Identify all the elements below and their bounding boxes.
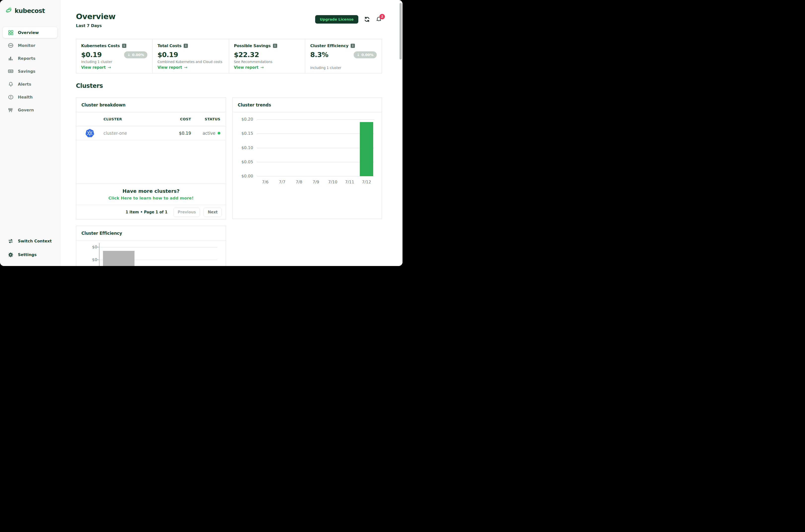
cluster-cost: $0.19 [159, 131, 191, 136]
notification-count-badge: 2 [379, 14, 385, 19]
notifications-button[interactable]: 2 [376, 16, 382, 23]
sidebar-item-label: Monitor [18, 43, 35, 48]
kubecost-app: kubecost Overview Mo [0, 0, 402, 266]
more-clusters-prompt: Have more clusters? Click Here to learn … [76, 184, 226, 205]
stat-card-note: Including 1 cluster [81, 60, 148, 64]
main-content: Overview Last 7 Days Upgrade License 2 [60, 0, 402, 266]
stat-card-cluster-efficiency: Cluster Efficiency i 8.3% ↓ 0.00% Includ… [305, 39, 382, 73]
health-alert-circle-icon [8, 94, 14, 100]
arrow-down-icon: ↓ [127, 53, 130, 57]
bar-chart-icon [8, 55, 14, 61]
x-axis-tick: 7/7 [273, 179, 291, 184]
next-page-button[interactable]: Next [204, 208, 222, 217]
sidebar-item-label: Reports [18, 56, 36, 61]
info-icon[interactable]: i [184, 44, 188, 48]
axis-tick-mark [97, 260, 99, 260]
x-axis-tick: 7/10 [324, 179, 342, 184]
x-axis-tick: 7/11 [341, 179, 358, 184]
info-icon[interactable]: i [351, 44, 355, 48]
view-report-label: View report [158, 65, 182, 70]
sidebar: kubecost Overview Mo [0, 0, 60, 266]
arrow-right-icon: → [108, 65, 111, 70]
stat-card-title: Kubernetes Costs [81, 43, 120, 48]
arrow-right-icon: → [184, 65, 187, 70]
column-header-status: STATUS [191, 117, 226, 121]
cluster-breakdown-panel: Cluster breakdown CLUSTER COST STATUS [76, 97, 226, 220]
sidebar-item-monitor[interactable]: Monitor [0, 39, 60, 52]
stat-card-value: $0.19 [81, 51, 102, 59]
axis-tick-mark [97, 247, 99, 247]
view-report-link[interactable]: View report → [234, 65, 264, 70]
delta-value: 0.00% [132, 53, 144, 57]
more-clusters-question: Have more clusters? [122, 188, 179, 194]
sidebar-item-savings[interactable]: Savings [0, 65, 60, 78]
gridline [257, 176, 375, 176]
y-axis-tick: $0.20 [232, 117, 253, 121]
refresh-button[interactable] [364, 16, 370, 23]
info-icon[interactable]: i [273, 44, 277, 48]
cluster-efficiency-chart: $0 $0 [76, 241, 226, 266]
stat-card-note: Including 1 cluster [310, 66, 377, 70]
stat-card-total-costs: Total Costs i $0.19 Combined Kubernetes … [153, 39, 229, 73]
switch-context-button[interactable]: Switch Context [0, 234, 60, 248]
settings-button[interactable]: Settings [0, 248, 60, 262]
y-axis-tick: $0.15 [232, 131, 253, 136]
x-axis-tick: 7/8 [290, 179, 308, 184]
x-axis-tick: 7/12 [358, 179, 375, 184]
cluster-name: cluster-one [103, 131, 159, 136]
cluster-status-label: active [203, 131, 215, 136]
banknote-icon [8, 68, 14, 74]
stat-card-value: $22.32 [234, 51, 259, 59]
stat-card-kubernetes-costs: Kubernetes Costs i $0.19 ↓ 0.00% Includi… [76, 39, 153, 73]
bell-icon [8, 81, 14, 87]
pagination-info: 1 item • Page 1 of 1 [126, 210, 168, 214]
sidebar-item-alerts[interactable]: Alerts [0, 78, 60, 91]
cluster-efficiency-panel: Cluster Efficiency $0 $0 [76, 226, 226, 266]
vertical-scrollbar-thumb[interactable] [400, 3, 402, 60]
cluster-trends-panel: Cluster trends $0.20 $0.15 $0.10 $0.05 $… [232, 97, 382, 219]
sidebar-item-health[interactable]: Health [0, 91, 60, 103]
header-actions: Upgrade License 2 [315, 15, 382, 23]
sidebar-item-overview[interactable]: Overview [3, 27, 57, 38]
view-report-link[interactable]: View report → [158, 65, 187, 70]
stat-card-title: Possible Savings [234, 43, 271, 48]
kubecost-logo-mark-icon [5, 6, 13, 15]
column-header-cost: COST [159, 117, 191, 121]
delta-badge: ↓ 0.00% [353, 51, 377, 58]
y-axis-tick: $0 [76, 245, 97, 249]
efficiency-bar [103, 251, 134, 266]
kubernetes-icon [76, 129, 103, 138]
upgrade-license-button[interactable]: Upgrade License [315, 15, 358, 23]
view-report-link[interactable]: View report → [81, 65, 111, 70]
settings-label: Settings [18, 252, 37, 257]
table-empty-space [76, 140, 226, 184]
date-range-label: Last 7 Days [76, 23, 102, 28]
view-report-label: View report [234, 65, 258, 70]
y-axis-tick: $0.10 [232, 146, 253, 150]
delta-value: 0.00% [361, 53, 373, 57]
kubecost-logo[interactable]: kubecost [5, 6, 45, 15]
column-header-cluster: CLUSTER [103, 117, 159, 121]
add-clusters-link[interactable]: Click Here to learn how to add more! [109, 196, 194, 201]
stat-card-value: 8.3% [310, 51, 328, 59]
sidebar-item-label: Savings [18, 69, 36, 74]
sidebar-footer: Switch Context Setting [0, 234, 60, 262]
sidebar-item-reports[interactable]: Reports [0, 52, 60, 65]
switch-context-label: Switch Context [18, 239, 52, 243]
overview-grid-icon [8, 30, 14, 36]
gear-icon [8, 252, 14, 258]
previous-page-button[interactable]: Previous [173, 208, 200, 217]
info-icon[interactable]: i [122, 44, 126, 48]
cluster-table-row[interactable]: cluster-one $0.19 active [76, 126, 226, 140]
sidebar-item-label: Overview [18, 30, 39, 35]
sidebar-item-govern[interactable]: Govern [0, 103, 60, 116]
sidebar-item-label: Health [18, 95, 33, 99]
x-axis-tick: 7/9 [307, 179, 325, 184]
cluster-status: active [191, 131, 226, 136]
sidebar-nav: Overview Monitor [0, 26, 60, 116]
y-axis-tick: $0.00 [232, 174, 253, 178]
stat-card-possible-savings: Possible Savings i $22.32 See Recommenda… [229, 39, 305, 73]
stat-card-note: See Recommendations [234, 60, 300, 64]
sidebar-item-label: Alerts [18, 82, 31, 87]
stat-card-title: Total Costs [158, 43, 181, 48]
